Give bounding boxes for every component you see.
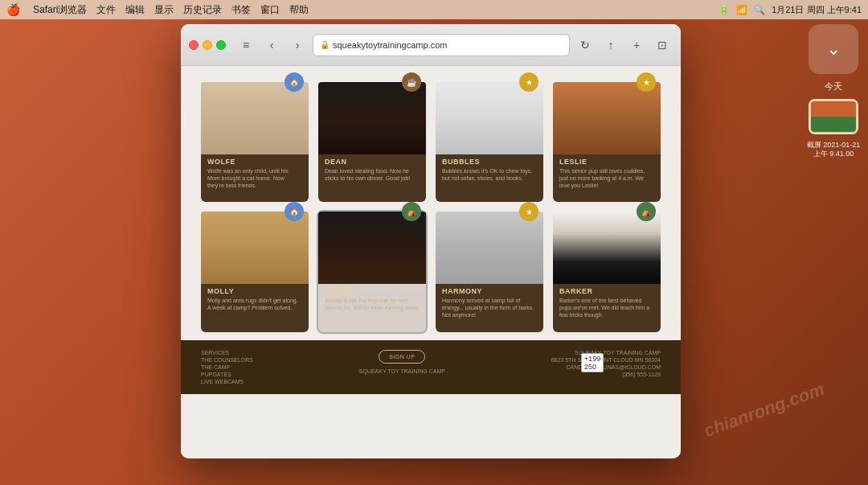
today-card[interactable]: ⌄ — [809, 24, 858, 74]
close-button[interactable] — [189, 40, 199, 50]
dog-info-dean: DEAN Dean loved stealing food. Now he st… — [318, 154, 426, 185]
menubar-right: 🔋 📶 🔍 1月21日 周四 上午9:41 — [719, 4, 862, 16]
footer-link-the-counselors[interactable]: THE COUNSELORS — [201, 357, 253, 363]
footer-address: 6823 5TH ST NE SAINT CLOUD MN 56304 — [551, 357, 661, 363]
website-content: 🏠 WOLFE Wolfe was an only child, until h… — [181, 66, 681, 458]
tabs-button[interactable]: ⊡ — [652, 35, 673, 55]
dog-info-leslie: LESLIE This senior pup still loves cuddl… — [553, 154, 661, 192]
new-tab-button[interactable]: + — [626, 35, 647, 55]
datetime-display: 1月21日 周四 上午9:41 — [772, 4, 862, 16]
dog-info-barker: BARKER Barker's one of the best behaved … — [553, 284, 661, 322]
dog-desc-bubbles: Bubbles knows it's OK to chew toys, but … — [442, 167, 537, 182]
footer-center: SIGN UP SQUEAKY TOY TRAINING CAMP — [359, 350, 445, 384]
lock-icon: 🔒 — [320, 40, 330, 49]
dog-desc-harmony: Harmony arrived at camp full of energy..… — [442, 297, 537, 319]
address-bar[interactable]: 🔒 squeakytoytrainingcamp.com — [313, 34, 570, 56]
dog-icon-wolfe: 🏠 — [285, 72, 304, 92]
menu-view[interactable]: 显示 — [154, 3, 174, 17]
dog-name-harmony: HARMONY — [442, 287, 537, 295]
menu-edit[interactable]: 编辑 — [125, 3, 145, 17]
apple-menu[interactable]: 🍎 — [6, 3, 20, 16]
dog-photo-wolfe — [201, 82, 309, 154]
dog-desc-wolfe: Wolfe was an only child, until his Mom b… — [207, 167, 302, 189]
dogs-grid: 🏠 WOLFE Wolfe was an only child, until h… — [181, 66, 681, 340]
watermark: chianrong.com — [702, 379, 828, 442]
url-text: squeakytoytrainingcamp.com — [333, 40, 447, 50]
footer-link-services[interactable]: SERVICES — [201, 350, 253, 356]
dog-photo-molly — [201, 212, 309, 284]
dog-icon-leslie: ★ — [637, 72, 656, 92]
menu-window[interactable]: 窗口 — [260, 3, 280, 17]
menubar-left: 🍎 Safari浏览器 文件 编辑 显示 历史记录 书签 窗口 帮助 — [6, 3, 309, 17]
screenshot-card — [809, 99, 858, 134]
website-footer: SERVICESTHE COUNSELORSTHE CAMPPUPGATESLI… — [181, 340, 681, 394]
screenshot-label: 截屏 2021-01-21 上午 9.41.00 — [805, 141, 862, 158]
safari-window: ≡ ‹ › 🔒 squeakytoytrainingcamp.com ↻ ↑ +… — [181, 24, 681, 458]
dog-card-atomic[interactable]: ⛺ ATOMIC Atomic is still the explorer he… — [318, 212, 426, 331]
menu-help[interactable]: 帮助 — [289, 3, 309, 17]
dog-info-harmony: HARMONY Harmony arrived at camp full of … — [436, 284, 543, 322]
dog-name-wolfe: WOLFE — [207, 158, 302, 166]
search-icon[interactable]: 🔍 — [754, 5, 765, 15]
dog-name-bubbles: BUBBLES — [442, 158, 537, 166]
menubar: 🍎 Safari浏览器 文件 编辑 显示 历史记录 书签 窗口 帮助 🔋 📶 🔍… — [0, 0, 868, 19]
dog-card-dean[interactable]: ☕ DEAN Dean loved stealing food. Now he … — [318, 82, 426, 202]
today-label: 今天 — [825, 80, 842, 92]
screenshot-thumb — [811, 101, 856, 132]
dog-icon-dean: ☕ — [402, 72, 421, 92]
dog-photo-atomic — [318, 212, 426, 284]
dog-card-molly[interactable]: 🏠 MOLLY Molly and area rugs didn't get a… — [201, 212, 309, 331]
dog-name-dean: DEAN — [325, 158, 420, 166]
dog-icon-bubbles: ★ — [519, 72, 538, 92]
dog-card-barker[interactable]: ⛺ BARKER Barker's one of the best behave… — [553, 212, 661, 331]
back-button[interactable]: ‹ — [261, 35, 282, 55]
menu-file[interactable]: 文件 — [96, 3, 116, 17]
dog-info-atomic: ATOMIC Atomic is still the explorer he w… — [318, 284, 426, 314]
chevron-down-icon: ⌄ — [826, 39, 841, 60]
dog-name-atomic: ATOMIC — [325, 287, 420, 295]
footer-link-pupgates[interactable]: PUPGATES — [201, 372, 253, 377]
footer-links: SERVICESTHE COUNSELORSTHE CAMPPUPGATESLI… — [201, 350, 253, 384]
menu-history[interactable]: 历史记录 — [183, 3, 222, 17]
dog-desc-dean: Dean loved stealing food. Now he sticks … — [325, 167, 420, 182]
footer-link-live-webcams[interactable]: LIVE WEBCAMS — [201, 379, 253, 384]
dog-photo-leslie — [553, 82, 661, 154]
menu-safari[interactable]: Safari浏览器 — [33, 3, 87, 17]
reload-button[interactable]: ↻ — [575, 35, 596, 55]
footer-link-the-camp[interactable]: THE CAMP — [201, 364, 253, 370]
dog-card-harmony[interactable]: ★ HARMONY Harmony arrived at camp full o… — [436, 212, 543, 331]
battery-icon: 🔋 — [719, 5, 730, 15]
dog-desc-atomic: Atomic is still the explorer he was born… — [325, 297, 420, 311]
footer-center-label: SQUEAKY TOY TRAINING CAMP — [359, 368, 445, 374]
forward-button[interactable]: › — [287, 35, 308, 55]
dog-photo-barker — [553, 212, 661, 284]
desktop: 🍎 Safari浏览器 文件 编辑 显示 历史记录 书签 窗口 帮助 🔋 📶 🔍… — [0, 0, 868, 485]
share-button[interactable]: ↑ — [600, 35, 621, 55]
dog-name-molly: MOLLY — [207, 287, 302, 295]
menu-bookmarks[interactable]: 书签 — [231, 3, 251, 17]
dog-card-bubbles[interactable]: ★ BUBBLES Bubbles knows it's OK to chew … — [436, 82, 543, 202]
dog-desc-barker: Barker's one of the best behaved pups we… — [559, 297, 654, 319]
sidebar-toggle-button[interactable]: ≡ — [235, 35, 256, 55]
safari-toolbar: ≡ ‹ › 🔒 squeakytoytrainingcamp.com ↻ ↑ +… — [181, 24, 681, 66]
traffic-lights — [189, 40, 226, 50]
signup-button[interactable]: SIGN UP — [379, 350, 425, 364]
dog-desc-molly: Molly and area rugs didn't get along. A … — [207, 297, 302, 311]
dog-card-leslie[interactable]: ★ LESLIE This senior pup still loves cud… — [553, 82, 661, 202]
wifi-icon: 📶 — [736, 5, 747, 15]
dog-name-leslie: LESLIE — [559, 158, 654, 166]
dog-info-wolfe: WOLFE Wolfe was an only child, until his… — [201, 154, 309, 192]
minimize-button[interactable] — [203, 40, 212, 50]
footer-right: SQUEAKY TOY TRAINING CAMP 6823 5TH ST NE… — [551, 350, 661, 384]
dog-info-bubbles: BUBBLES Bubbles knows it's OK to chew to… — [436, 154, 543, 185]
dog-desc-leslie: This senior pup still loves cuddles, jus… — [559, 167, 654, 189]
today-widget: ⌄ 今天 截屏 2021-01-21 上午 9.41.00 — [805, 24, 862, 158]
dog-photo-harmony — [436, 212, 543, 284]
dog-photo-bubbles — [436, 82, 543, 154]
dog-photo-dean — [318, 82, 426, 154]
dog-card-wolfe[interactable]: 🏠 WOLFE Wolfe was an only child, until h… — [201, 82, 309, 202]
maximize-button[interactable] — [216, 40, 226, 50]
footer-phone: (356) 555-1129 — [551, 372, 661, 377]
dog-info-molly: MOLLY Molly and area rugs didn't get alo… — [201, 284, 309, 314]
dog-name-barker: BARKER — [559, 287, 654, 295]
